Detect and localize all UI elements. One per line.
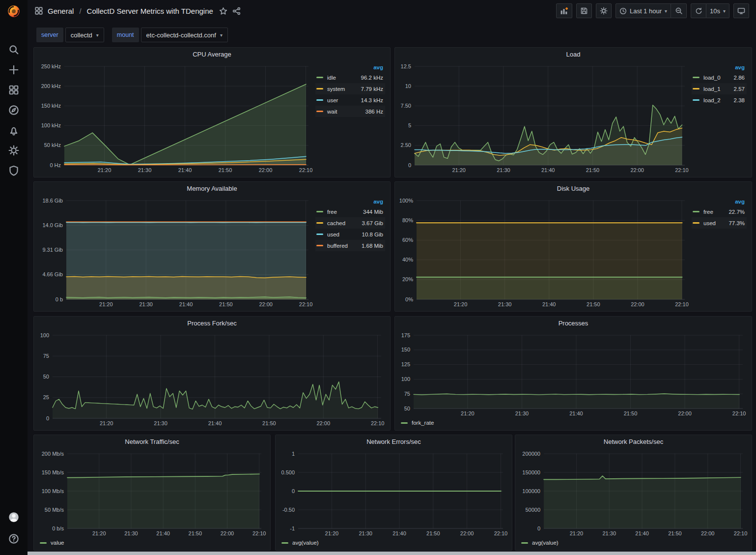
horizontal-scrollbar[interactable] (28, 552, 756, 555)
legend-avg-value: 22.7% (728, 209, 746, 215)
zoom-out-time-button[interactable] (671, 3, 687, 18)
panel-title[interactable]: Disk Usage (395, 182, 752, 196)
legend-item-used[interactable]: used77.3% (692, 217, 747, 229)
panel-title[interactable]: Load (395, 48, 752, 61)
panel-title[interactable]: Process Fork/sec (34, 317, 390, 330)
series-color-swatch (693, 99, 700, 101)
dashboard-variables: server collectd▾ mount etc-collectd-coll… (36, 28, 228, 42)
legend-item-wait[interactable]: wait386 Hz (315, 106, 385, 117)
legend-avg-header[interactable]: avg (692, 63, 747, 72)
panel-process-fork: Process Fork/sec 21:2021:3021:4021:5022:… (33, 316, 391, 431)
panel-title[interactable]: Processes (395, 317, 752, 330)
time-series-graph[interactable]: 21:2021:3021:4021:5022:0022:100 b/s50 Mb… (38, 449, 266, 537)
series-color-swatch (316, 99, 323, 101)
panel-memory-available: Memory Available 21:2021:3021:4021:5022:… (33, 181, 391, 312)
help-icon[interactable] (8, 533, 19, 544)
legend-item-fork_rate[interactable]: fork_rate (401, 420, 434, 426)
legend-item-idle[interactable]: idle96.2 kHz (315, 72, 385, 83)
variable-dropdown-server[interactable]: collectd▾ (65, 28, 104, 42)
dashboard-title[interactable]: CollectD Server Metrics with TDengine (87, 7, 213, 15)
legend-item-load_1[interactable]: load_12.57 (692, 83, 747, 94)
y-axis-tick-label: 100 (40, 332, 49, 338)
chart-canvas[interactable]: 21:2021:3021:4021:5022:0022:100500001000… (519, 449, 748, 537)
alerting-bell-icon[interactable] (8, 125, 19, 136)
server-admin-shield-icon[interactable] (8, 165, 19, 176)
panel-title[interactable]: CPU Average (34, 48, 390, 61)
search-icon[interactable] (8, 44, 19, 55)
x-axis-tick-label: 22:10 (734, 530, 748, 536)
panel-title[interactable]: Network Traffic/sec (34, 435, 270, 449)
breadcrumb-section[interactable]: General (48, 7, 74, 15)
legend-avg-header[interactable]: avg (315, 63, 385, 72)
x-axis-tick-label: 21:50 (219, 167, 232, 173)
legend-avg-header[interactable]: avg (315, 198, 385, 206)
legend-item-user[interactable]: user14.3 kHz (315, 94, 385, 106)
chevron-down-icon: ▾ (220, 32, 223, 38)
legend-item-cached[interactable]: cached3.67 Gib (315, 217, 385, 229)
chart-canvas[interactable]: 21:2021:3021:4021:5022:0022:1002.5057.50… (399, 61, 690, 174)
time-series-graph[interactable]: 21:2021:3021:4021:5022:0022:100 b4.66 Gi… (38, 196, 313, 308)
panel-network-traffic: Network Traffic/sec 21:2021:3021:4021:50… (33, 435, 271, 551)
save-dashboard-button[interactable] (576, 3, 592, 18)
chart-canvas[interactable]: 21:2021:3021:4021:5022:0022:100 b4.66 Gi… (38, 196, 313, 308)
time-series-graph[interactable]: 21:2021:3021:4021:5022:0022:105075100125… (399, 330, 748, 417)
legend-item-system[interactable]: system7.79 kHz (315, 83, 385, 94)
panel-title[interactable]: Memory Available (34, 182, 390, 196)
breadcrumb-separator: / (79, 7, 81, 15)
star-icon[interactable] (219, 7, 227, 15)
legend-item-free[interactable]: free344 Mib (315, 206, 385, 217)
panel-title[interactable]: Network Packets/sec (515, 435, 752, 449)
dashboard-settings-button[interactable] (596, 3, 612, 18)
chart-canvas[interactable]: 21:2021:3021:4021:5022:0022:105075100125… (399, 330, 748, 417)
legend-series-name: load_2 (703, 97, 721, 103)
time-series-graph[interactable]: 21:2021:3021:4021:5022:0022:100 Hz50 kHz… (38, 61, 313, 174)
legend-item-used[interactable]: used10.8 Gib (315, 229, 385, 240)
y-axis-tick-label: 150000 (522, 469, 540, 475)
chart-canvas[interactable]: 21:2021:3021:4021:5022:0022:100 b/s50 Mb… (38, 449, 266, 537)
x-axis-tick-label: 21:20 (454, 301, 468, 307)
series-area-cached (66, 277, 306, 299)
panel-title[interactable]: Network Errors/sec (276, 435, 512, 449)
chart-canvas[interactable]: 21:2021:3021:4021:5022:0022:100%20%40%60… (399, 196, 690, 308)
time-series-graph[interactable]: 21:2021:3021:4021:5022:0022:100255075100 (38, 330, 386, 427)
legend-item-free[interactable]: free22.7% (692, 206, 747, 217)
kiosk-mode-button[interactable] (733, 3, 749, 18)
chart-canvas[interactable]: 21:2021:3021:4021:5022:0022:100255075100 (38, 330, 386, 427)
chart-canvas[interactable]: 21:2021:3021:4021:5022:0022:100 Hz50 kHz… (38, 61, 313, 174)
legend-item-load_2[interactable]: load_22.38 (692, 94, 747, 106)
refresh-interval-picker[interactable]: 10s ▾ (706, 3, 729, 18)
x-axis-tick-label: 21:40 (542, 301, 556, 307)
time-series-graph[interactable]: 21:2021:3021:4021:5022:0022:1002.5057.50… (399, 61, 690, 174)
dashboards-grid-icon[interactable] (8, 85, 19, 95)
create-plus-icon[interactable] (8, 64, 19, 75)
legend-item-avg(value)[interactable]: avg(value) (521, 540, 559, 546)
y-axis-tick-label: 100 kHz (41, 122, 61, 128)
time-series-graph[interactable]: 21:2021:3021:4021:5022:0022:10-1-0.5000.… (280, 449, 508, 537)
y-axis-tick-label: 0 Hz (50, 162, 61, 168)
y-axis-tick-label: 150 Mb/s (42, 469, 64, 475)
share-icon[interactable] (232, 7, 241, 15)
legend-item-value[interactable]: value (40, 540, 64, 546)
legend-avg-header[interactable]: avg (692, 198, 747, 206)
panel-legend: avg(value) (280, 537, 508, 547)
x-axis-tick-label: 22:00 (221, 530, 234, 536)
legend-item-avg(value)[interactable]: avg(value) (281, 540, 319, 546)
refresh-button[interactable] (691, 3, 706, 18)
x-axis-tick-label: 21:30 (602, 530, 616, 536)
chart-canvas[interactable]: 21:2021:3021:4021:5022:0022:10-1-0.5000.… (280, 449, 508, 537)
legend-item-buffered[interactable]: buffered1.68 Mib (315, 240, 385, 251)
panel-processes: Processes 21:2021:3021:4021:5022:0022:10… (394, 316, 752, 431)
add-panel-button[interactable] (556, 3, 572, 18)
configuration-gear-icon[interactable] (8, 145, 19, 156)
y-axis-tick-label: 50 kHz (44, 142, 61, 148)
y-axis-tick-label: 75 (43, 353, 49, 359)
time-range-picker[interactable]: Last 1 hour ▾ (616, 3, 671, 18)
variable-dropdown-mount[interactable]: etc-collectd-collectd.conf▾ (141, 28, 228, 42)
time-series-graph[interactable]: 21:2021:3021:4021:5022:0022:100%20%40%60… (399, 196, 690, 308)
legend-avg-value: 386 Hz (365, 109, 384, 115)
grafana-logo[interactable] (6, 4, 21, 19)
explore-compass-icon[interactable] (8, 105, 19, 116)
time-series-graph[interactable]: 21:2021:3021:4021:5022:0022:100500001000… (519, 449, 748, 537)
legend-item-load_0[interactable]: load_02.86 (692, 72, 747, 83)
user-avatar[interactable] (7, 511, 20, 524)
